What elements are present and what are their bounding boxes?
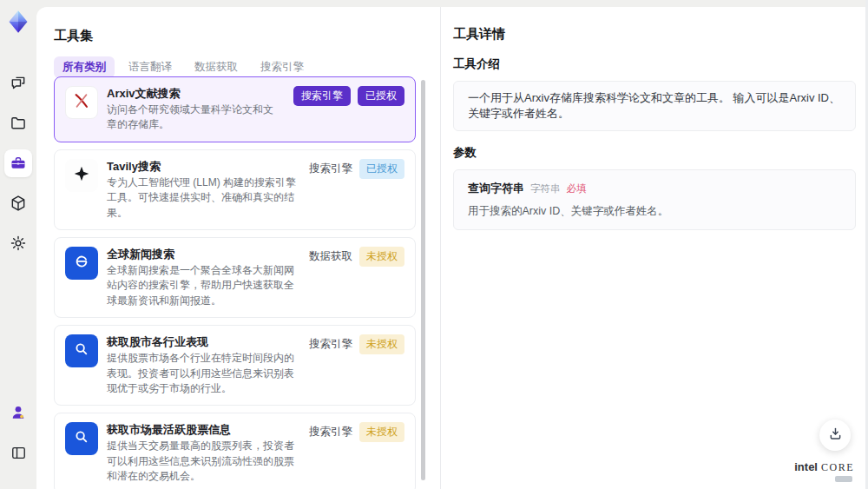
sidebar-item-files[interactable] — [4, 109, 32, 137]
app-window: 工具集 所有类别 语言翻译 数据获取 搜索引擎 Arxiv文献搜索 访问各个研究… — [0, 0, 868, 489]
auth-status-badge: 已授权 — [359, 159, 404, 179]
auth-status-badge: 未授权 — [359, 247, 404, 267]
intro-text: 一个用于从Arxiv存储库搜索科学论文和文章的工具。 输入可以是Arxiv ID… — [468, 90, 841, 122]
left-rail — [0, 0, 36, 489]
tool-list-panel: 工具集 所有类别 语言翻译 数据获取 搜索引擎 Arxiv文献搜索 访问各个研究… — [36, 7, 441, 489]
core-sub-badge — [835, 476, 852, 482]
category-tab[interactable]: 所有类别 — [54, 56, 115, 78]
params-section-title: 参数 — [453, 145, 856, 161]
page-title: 工具集 — [54, 28, 440, 44]
avatar-icon — [10, 404, 27, 421]
category-tab[interactable]: 搜索引擎 — [252, 56, 312, 78]
tool-card[interactable]: 全球新闻搜索 全球新闻搜索是一个聚合全球各大新闻网站内容的搜索引擎，帮助用户快速… — [54, 237, 416, 318]
chat-icon — [10, 75, 27, 92]
category-badge: 搜索引擎 — [309, 422, 352, 442]
category-tab[interactable]: 语言翻译 — [120, 56, 181, 78]
sidebar-item-profile[interactable] — [4, 399, 32, 426]
download-button[interactable] — [819, 420, 851, 451]
category-badge: 搜索引擎 — [309, 334, 352, 354]
briefcase-icon — [10, 155, 27, 172]
tool-list: Arxiv文献搜索 访问各个研究领域大量科学论文和文章的存储库。 搜索引擎 已授… — [54, 76, 416, 489]
magnifier-icon — [72, 427, 91, 450]
download-icon — [827, 426, 844, 446]
sidebar-item-packages[interactable] — [4, 189, 32, 217]
tool-card[interactable]: Tavily搜索 专为人工智能代理 (LLM) 构建的搜索引擎工具。可快速提供实… — [54, 149, 416, 230]
list-scrollbar[interactable] — [421, 80, 425, 480]
tool-card[interactable]: 获取股市各行业表现 提供股票市场各个行业在特定时间段内的表现。投资者可以利用这些… — [54, 325, 416, 406]
tool-name: 获取股市各行业表现 — [107, 334, 297, 350]
sidebar-item-tools[interactable] — [4, 149, 32, 177]
sidebar-item-settings[interactable] — [4, 229, 32, 257]
intro-box: 一个用于从Arxiv存储库搜索科学论文和文章的工具。 输入可以是Arxiv ID… — [453, 81, 856, 131]
sidebar-item-collapse[interactable] — [4, 439, 32, 466]
intro-section-title: 工具介绍 — [453, 56, 856, 72]
detail-title: 工具详情 — [453, 26, 856, 43]
tool-description: 访问各个研究领域大量科学论文和文章的存储库。 — [107, 102, 281, 133]
tool-detail-panel: 工具详情 工具介绍 一个用于从Arxiv存储库搜索科学论文和文章的工具。 输入可… — [441, 7, 868, 489]
category-tabs: 所有类别 语言翻译 数据获取 搜索引擎 — [54, 56, 440, 78]
tool-card[interactable]: 获取市场最活跃股票信息 提供当天交易量最高的股票列表，投资者可以利用这些信息来识… — [54, 413, 416, 489]
cube-icon — [10, 195, 27, 212]
tool-name: Arxiv文献搜索 — [107, 86, 281, 102]
tool-name: 全球新闻搜索 — [107, 247, 297, 262]
tool-name: Tavily搜索 — [107, 159, 297, 175]
main-panel: 工具集 所有类别 语言翻译 数据获取 搜索引擎 Arxiv文献搜索 访问各个研究… — [36, 7, 868, 489]
tool-card[interactable]: Arxiv文献搜索 访问各个研究领域大量科学论文和文章的存储库。 搜索引擎 已授… — [54, 76, 416, 142]
param-required-badge: 必填 — [567, 182, 587, 195]
gear-icon — [10, 235, 27, 252]
category-badge: 搜索引擎 — [293, 86, 351, 106]
param-name: 查询字符串 — [468, 181, 524, 196]
category-badge: 数据获取 — [309, 247, 352, 267]
tool-description: 专为人工智能代理 (LLM) 构建的搜索引擎工具。可快速提供实时、准确和真实的结… — [107, 175, 297, 221]
folder-icon — [10, 115, 27, 132]
magnifier-icon — [72, 340, 91, 362]
tavily-star-icon — [73, 165, 90, 186]
auth-status-badge: 已授权 — [358, 86, 404, 106]
panel-toggle-icon — [10, 445, 27, 461]
category-badge: 搜索引擎 — [309, 159, 352, 179]
tool-description: 全球新闻搜索是一个聚合全球各大新闻网站内容的搜索引擎，帮助用户快速获取全球最新资… — [107, 263, 297, 308]
intel-wordmark: intel — [794, 460, 818, 473]
intel-core-logo: intel CORE — [794, 460, 854, 482]
core-wordmark: CORE — [821, 461, 854, 474]
category-tab[interactable]: 数据获取 — [186, 56, 247, 78]
param-type: 字符串 — [530, 182, 561, 195]
gem-logo-icon — [6, 10, 30, 34]
param-description: 用于搜索的Arxiv ID、关键字或作者姓名。 — [468, 204, 841, 219]
news-search-icon — [72, 252, 91, 274]
tool-description: 提供当天交易量最高的股票列表，投资者可以利用这些信息来识别流动性强的股票和潜在的… — [107, 439, 297, 484]
sidebar-item-chat[interactable] — [4, 69, 32, 97]
tool-name: 获取市场最活跃股票信息 — [107, 422, 297, 438]
arxiv-icon — [72, 91, 91, 114]
app-logo[interactable] — [5, 9, 31, 35]
auth-status-badge: 未授权 — [359, 422, 404, 442]
param-box: 查询字符串 字符串 必填 用于搜索的Arxiv ID、关键字或作者姓名。 — [453, 169, 856, 230]
tool-description: 提供股票市场各个行业在特定时间段内的表现。投资者可以利用这些信息来识别表现优于或… — [107, 351, 297, 396]
auth-status-badge: 未授权 — [359, 334, 404, 354]
